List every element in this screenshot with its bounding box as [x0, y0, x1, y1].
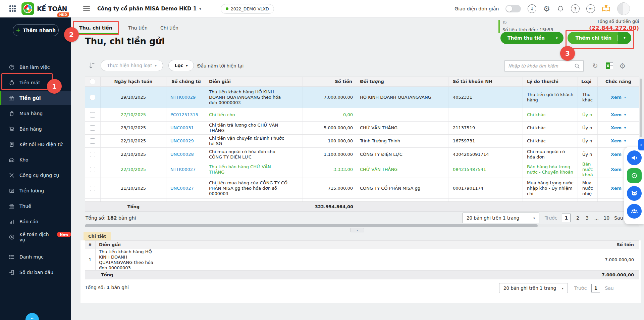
sidebar-item-danh-muc[interactable]: Danh mục [0, 250, 71, 264]
menu-toggle-icon[interactable] [83, 5, 90, 12]
prev-page-button[interactable]: Trước [545, 215, 557, 221]
column-header[interactable]: Số tài khoản NH [448, 77, 523, 86]
sync-refresh-icon[interactable]: ↻ [502, 19, 507, 26]
tab-thu-tien[interactable]: Thu tiền [127, 21, 148, 35]
sidebar-item-ban-lam-viec[interactable]: Bàn làm việc [0, 60, 71, 74]
sidebar-item-mua-hang[interactable]: Mua hàng [0, 107, 71, 120]
chevron-down-icon[interactable]: ▾ [550, 36, 564, 40]
chat-support-button[interactable] [627, 168, 642, 183]
tab-chi-tien[interactable]: Chi tiền [159, 21, 180, 35]
whats-new-book-icon[interactable] [602, 5, 610, 13]
sidebar-item-bao-cao[interactable]: Báo cáo [0, 215, 71, 228]
workspace-pill[interactable]: 2022_DEMO VLXD [221, 4, 274, 14]
next-page-button[interactable]: Sau [605, 285, 613, 291]
batch-action-dropdown[interactable]: Thực hiện hàng loạt ▾ [101, 60, 163, 71]
help-icon[interactable]: ? [571, 4, 580, 13]
column-header[interactable]: Số tiền [303, 77, 357, 86]
detail-page-size-select[interactable]: 20 bản ghi trên 1 trang ▾ [499, 283, 568, 293]
cell-document-link[interactable]: PC01251315 [166, 108, 206, 121]
quick-add-button[interactable]: + Thêm nhanh [13, 24, 59, 36]
more-options-icon[interactable]: ⋯ [586, 4, 595, 13]
detail-row[interactable]: 1 Thu tiền khách hàng HỘ KINH DOANH QUAT… [85, 249, 639, 271]
table-row[interactable]: 22/10/2025 NTTK00027 Thu tiền bán hàng C… [85, 161, 639, 178]
column-header[interactable]: Diễn giải [206, 77, 303, 86]
assistant-bot-button[interactable] [627, 186, 642, 201]
add-payment-button[interactable]: Thêm chi tiền ▾ [568, 32, 631, 44]
search-input[interactable] [508, 63, 574, 68]
app-launcher-icon[interactable] [9, 5, 16, 12]
sidebar-item-thue[interactable]: Thuế [0, 199, 71, 213]
cell-document-link[interactable]: UNC00027 [166, 178, 206, 198]
sidebar-item-cong-cu[interactable]: Công cụ dụng cụ [0, 169, 71, 182]
column-header[interactable]: Số tiền [186, 241, 639, 249]
cell-document-link[interactable]: UNC00031 [166, 122, 206, 134]
column-header[interactable]: Diễn giải [96, 241, 186, 249]
table-row[interactable]: 29/10/2025 NTTK00029 Thu tiền khách hàng… [85, 87, 639, 108]
notification-bell-icon[interactable] [557, 5, 564, 12]
announcements-button[interactable] [627, 150, 642, 165]
chevron-down-icon[interactable]: ▾ [624, 125, 626, 131]
table-row[interactable]: 23/10/2025 UNC00031 Chi tiền trả lương c… [85, 122, 639, 135]
company-selector[interactable]: Công ty cổ phần MISA Demo HKD 1 ▾ [97, 6, 201, 12]
cell-document-link[interactable]: NTTK00027 [166, 161, 206, 178]
row-checkbox[interactable] [90, 138, 95, 144]
sidebar-item-kho[interactable]: Kho [0, 153, 71, 167]
page-button-...[interactable]: ... [594, 215, 599, 221]
cell-document-link[interactable]: NTTK00029 [166, 87, 206, 108]
sidebar-item-tien-luong[interactable]: Tiền lương [0, 184, 71, 197]
settings-gear-icon[interactable]: ⚙ [543, 5, 550, 13]
sidebar-item-so-du-ban-dau[interactable]: Số dư ban đầu [0, 266, 71, 279]
row-view-button[interactable]: Xem▾ [598, 108, 639, 121]
select-all-checkbox[interactable] [90, 79, 95, 84]
horizontal-scrollbar-thumb[interactable] [85, 224, 538, 227]
export-excel-icon[interactable]: X [606, 62, 613, 69]
column-header[interactable]: Ngày hạch toán [101, 77, 166, 86]
user-avatar[interactable] [617, 2, 630, 15]
row-checkbox[interactable] [90, 152, 95, 157]
detail-tab[interactable]: Chi tiết [84, 232, 111, 240]
column-header[interactable]: Số chứng từ [166, 77, 206, 86]
download-icon[interactable]: ↓ [528, 4, 536, 13]
prev-page-button[interactable]: Trước [574, 285, 587, 291]
page-size-select[interactable]: 20 bản ghi trên 1 trang ▾ [462, 213, 539, 223]
cell-document-link[interactable]: UNC00029 [166, 135, 206, 147]
refresh-icon[interactable]: ↻ [592, 62, 598, 70]
row-checkbox[interactable] [90, 125, 95, 131]
simple-ui-toggle[interactable] [505, 5, 521, 12]
community-button[interactable] [627, 204, 642, 219]
cell-document-link[interactable]: UNC00028 [166, 148, 206, 161]
row-view-button[interactable]: Xem▾ [598, 87, 639, 108]
chevron-down-icon[interactable]: ▾ [618, 32, 631, 44]
add-receipt-button[interactable]: Thêm thu tiền ▾ [500, 32, 564, 44]
table-row[interactable]: 22/10/2025 UNC00029 Chi tiền vận chuyển … [85, 135, 639, 148]
search-icon[interactable] [574, 63, 580, 69]
expand-side-panel-button[interactable]: › [638, 139, 644, 150]
column-header[interactable]: Lý do thu/chi [523, 77, 578, 86]
sidebar-item-ban-hang[interactable]: Bán hàng [0, 122, 71, 136]
table-row[interactable]: 27/10/2025 PC01251315 Chi tiền cho 0,00 … [85, 108, 639, 122]
filter-dropdown[interactable]: Lọc ▾ [168, 60, 194, 71]
row-checkbox[interactable] [90, 95, 95, 100]
page-button-1[interactable]: 1 [591, 284, 600, 292]
sidebar-item-ket-noi-hd[interactable]: Kết nối HĐ điện tử [0, 138, 71, 151]
row-checkbox[interactable] [90, 112, 95, 118]
column-header[interactable]: Đối tượng [357, 77, 448, 86]
vertical-scrollbar-thumb[interactable] [640, 79, 642, 137]
table-row[interactable]: 22/10/2025 UNC00028 Chi mua ngoài có hóa… [85, 148, 639, 161]
chevron-down-icon[interactable]: ▾ [624, 95, 626, 100]
page-button-10[interactable]: 10 [603, 215, 609, 221]
table-row[interactable]: 21/10/2025 UNC00027 Chi tiền mua hàng củ… [85, 178, 639, 199]
page-button-1[interactable]: 1 [562, 214, 571, 222]
page-button-3[interactable]: 3 [585, 215, 589, 221]
collapse-detail-handle[interactable]: ▾ [350, 228, 364, 232]
sort-icon[interactable] [88, 62, 95, 70]
row-view-button[interactable]: Xem▾ [598, 122, 639, 134]
row-checkbox[interactable] [90, 167, 95, 172]
next-page-button[interactable]: Sau [614, 215, 623, 221]
column-header[interactable]: Loại [578, 77, 598, 86]
row-view-button[interactable]: Xem▾ [598, 135, 639, 147]
sidebar-item-tien-gui[interactable]: Tiền gửi [0, 91, 71, 105]
app-logo[interactable] [21, 2, 34, 15]
chevron-down-icon[interactable]: ▾ [624, 112, 626, 118]
row-checkbox[interactable] [90, 186, 95, 191]
